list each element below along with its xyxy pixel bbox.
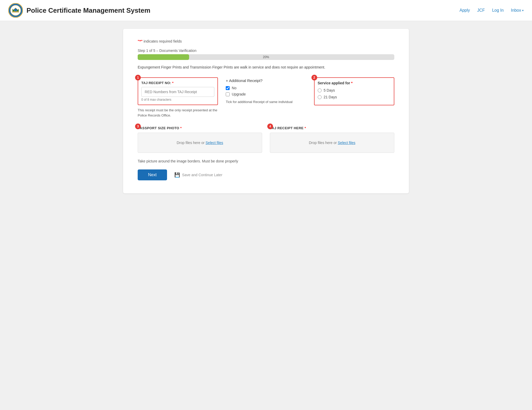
step-label: Step 1 of 5 – Documents Varification — [138, 49, 394, 53]
save-later-button[interactable]: 💾 Save and Continue Later — [174, 172, 222, 178]
additional-receipt-title: + Additional Receipt? — [226, 78, 306, 83]
nav-apply[interactable]: Apply — [460, 8, 470, 13]
progress-text: 20% — [138, 55, 394, 59]
checkbox-no[interactable]: No — [226, 86, 306, 90]
main-form-row: 1 TAJ RECEIPT NO: * 0 of 8 max character… — [138, 77, 394, 118]
taj-receipt-upload-label: TAJ RECEIPT HERE * — [270, 126, 394, 130]
site-title: Police Certificate Management System — [26, 6, 150, 15]
radio-5days[interactable]: 5 Days — [318, 88, 391, 92]
upload-row: 3 PASSPORT SIZE PHOTO * Drop files here … — [138, 126, 394, 153]
nav-login[interactable]: Log In — [492, 8, 503, 13]
logo-icon — [8, 3, 23, 18]
radio-21days[interactable]: 21 Days — [318, 95, 391, 99]
passport-photo-group: 3 PASSPORT SIZE PHOTO * Drop files here … — [138, 126, 262, 153]
taj-receipt-dropzone[interactable]: Drop files here or Select files — [270, 133, 394, 153]
checkbox-upgrade-input[interactable] — [226, 92, 230, 96]
nav-jcf[interactable]: JCF — [477, 8, 485, 13]
service-applied-group: 2 Service applied for * 5 Days 21 Days — [314, 77, 394, 118]
badge-1: 1 — [135, 75, 141, 80]
taj-receipt-upload-group: 4 TAJ RECEIPT HERE * Drop files here or … — [270, 126, 394, 153]
header-left: Police Certificate Management System — [8, 3, 150, 18]
passport-select-link[interactable]: Select files — [205, 141, 223, 145]
radio-5days-input[interactable] — [318, 88, 322, 92]
checkbox-upgrade[interactable]: Upgrade — [226, 92, 306, 96]
badge-2: 2 — [311, 75, 317, 80]
taj-receipt-label: TAJ RECEIPT NO: * — [141, 81, 214, 85]
taj-select-link[interactable]: Select files — [338, 141, 355, 145]
nav-inbox[interactable]: Inbox ▾ — [511, 8, 524, 13]
taj-receipt-box: TAJ RECEIPT NO: * 0 of 8 max characters — [138, 77, 218, 105]
required-star: "*" — [138, 39, 143, 43]
radio-21days-input[interactable] — [318, 95, 322, 99]
bottom-note: Take picture around the image borders. M… — [138, 159, 394, 163]
required-note: "*" indicates required fields — [138, 39, 394, 43]
save-icon: 💾 — [174, 172, 180, 178]
additional-receipt-desc: Tick for additional Receipt of same indi… — [226, 99, 306, 105]
next-button[interactable]: Next — [138, 169, 167, 180]
info-text: Expungement Finger Prints and Transmissi… — [138, 65, 394, 70]
taj-receipt-description: This receipt must be the only receipt pr… — [138, 108, 218, 118]
taj-receipt-input[interactable] — [141, 87, 214, 97]
taj-receipt-group: 1 TAJ RECEIPT NO: * 0 of 8 max character… — [138, 77, 218, 118]
checkbox-no-input[interactable] — [226, 86, 230, 90]
service-applied-label: Service applied for * — [318, 81, 391, 85]
service-applied-box: Service applied for * 5 Days 21 Days — [314, 77, 394, 105]
main-nav: Apply JCF Log In Inbox ▾ — [460, 8, 524, 13]
passport-photo-dropzone[interactable]: Drop files here or Select files — [138, 133, 262, 153]
page-wrapper: "*" indicates required fields Step 1 of … — [123, 29, 409, 193]
chevron-down-icon: ▾ — [522, 9, 524, 12]
header: Police Certificate Management System App… — [0, 0, 532, 21]
passport-photo-label: PASSPORT SIZE PHOTO * — [138, 126, 262, 130]
char-count: 0 of 8 max characters — [141, 98, 214, 101]
additional-receipt-group: + Additional Receipt? No Upgrade Tick fo… — [226, 77, 306, 118]
badge-4: 4 — [267, 124, 273, 129]
badge-3: 3 — [135, 124, 141, 129]
action-row: Next 💾 Save and Continue Later — [138, 169, 394, 180]
progress-bar-container: 20% — [138, 54, 394, 60]
